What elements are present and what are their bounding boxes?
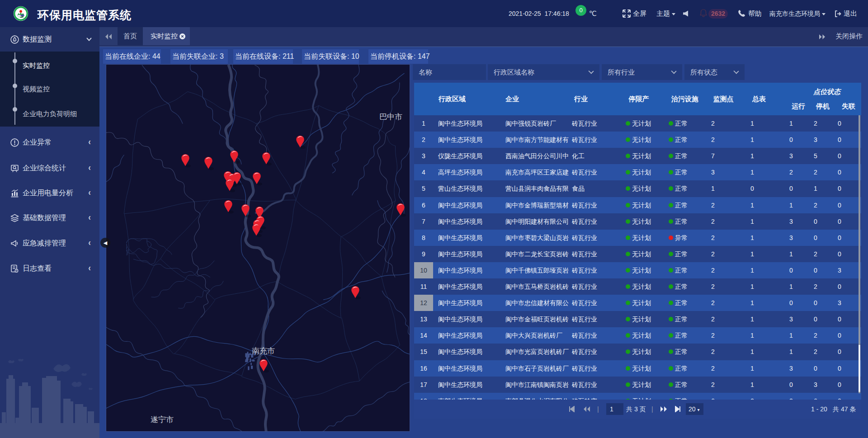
svg-text:巴中市: 巴中市 <box>379 113 402 121</box>
svg-text:遂宁市: 遂宁市 <box>151 415 174 424</box>
svg-text:南充市: 南充市 <box>252 347 275 355</box>
